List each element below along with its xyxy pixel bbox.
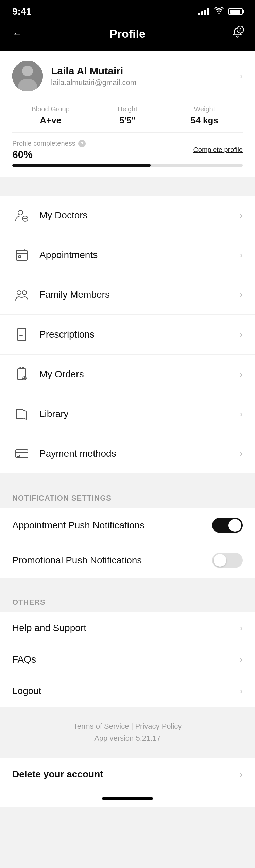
svg-point-1 bbox=[22, 66, 33, 76]
weight-stat: Weight 54 kgs bbox=[166, 105, 243, 126]
family-members-icon bbox=[12, 285, 31, 304]
status-icons bbox=[198, 7, 243, 16]
promotional-notif-label: Promotional Push Notifications bbox=[12, 555, 142, 566]
profile-email: laila.almutairi@gmail.com bbox=[51, 78, 136, 87]
menu-section: My Doctors › Appointments › Family Membe… bbox=[0, 196, 255, 473]
avatar bbox=[12, 61, 43, 91]
menu-item-my-orders[interactable]: My Orders › bbox=[0, 355, 255, 394]
page-title: Profile bbox=[109, 27, 146, 40]
height-value: 5'5" bbox=[89, 115, 166, 126]
faqs-chevron: › bbox=[240, 654, 243, 665]
menu-item-help-support[interactable]: Help and Support › bbox=[0, 612, 255, 644]
home-bar bbox=[102, 797, 153, 800]
my-doctors-chevron: › bbox=[240, 210, 243, 221]
notification-settings-header: NOTIFICATION SETTINGS bbox=[0, 484, 255, 508]
menu-item-payment-methods[interactable]: Payment methods › bbox=[0, 434, 255, 473]
my-doctors-label: My Doctors bbox=[39, 210, 240, 221]
menu-item-faqs[interactable]: FAQs › bbox=[0, 644, 255, 675]
payment-methods-icon bbox=[12, 444, 31, 463]
others-header: OTHERS bbox=[0, 588, 255, 612]
appointments-label: Appointments bbox=[39, 250, 240, 260]
appointment-notif-label: Appointment Push Notifications bbox=[12, 520, 144, 531]
completeness-percent: 60% bbox=[12, 149, 86, 160]
my-orders-chevron: › bbox=[240, 369, 243, 380]
delete-account-chevron: › bbox=[240, 769, 243, 780]
header: ← Profile 2 bbox=[0, 20, 255, 51]
blood-group-label: Blood Group bbox=[12, 105, 89, 113]
status-time: 9:41 bbox=[12, 6, 31, 17]
footer-links-text: Terms of Service | Privacy Policy bbox=[12, 720, 243, 732]
svg-rect-9 bbox=[18, 328, 26, 341]
faqs-label: FAQs bbox=[12, 654, 240, 665]
appointments-chevron: › bbox=[240, 250, 243, 260]
blood-group-stat: Blood Group A+ve bbox=[12, 105, 89, 126]
promotional-notif-knob bbox=[214, 554, 226, 567]
svg-rect-5 bbox=[16, 250, 27, 260]
completeness-section: Profile completeness ? 60% Complete prof… bbox=[12, 132, 243, 167]
profile-chevron: › bbox=[240, 71, 243, 82]
signal-icon bbox=[198, 8, 209, 15]
svg-rect-14 bbox=[17, 455, 20, 456]
menu-item-appointments[interactable]: Appointments › bbox=[0, 235, 255, 275]
family-members-label: Family Members bbox=[39, 289, 240, 300]
menu-item-logout[interactable]: Logout › bbox=[0, 675, 255, 707]
progress-bar bbox=[12, 164, 243, 167]
profile-info-row[interactable]: Laila Al Mutairi laila.almutairi@gmail.c… bbox=[12, 61, 243, 91]
completeness-label: Profile completeness ? bbox=[12, 140, 86, 147]
delete-account-label: Delete your account bbox=[12, 769, 103, 780]
back-button[interactable]: ← bbox=[12, 29, 29, 39]
appointments-icon bbox=[12, 246, 31, 265]
svg-point-8 bbox=[22, 291, 27, 295]
profile-name: Laila Al Mutairi bbox=[51, 65, 136, 77]
profile-text: Laila Al Mutairi laila.almutairi@gmail.c… bbox=[51, 65, 136, 87]
menu-item-my-doctors[interactable]: My Doctors › bbox=[0, 196, 255, 235]
payment-methods-label: Payment methods bbox=[39, 448, 240, 459]
appointment-notification-item: Appointment Push Notifications bbox=[0, 508, 255, 543]
library-label: Library bbox=[39, 409, 240, 419]
blood-group-value: A+ve bbox=[12, 115, 89, 126]
prescriptions-label: Prescriptions bbox=[39, 329, 240, 340]
bell-button[interactable]: 2 bbox=[226, 27, 243, 40]
help-icon[interactable]: ? bbox=[78, 140, 86, 147]
notifications-section: Appointment Push Notifications Promotion… bbox=[0, 508, 255, 578]
menu-item-library[interactable]: Library › bbox=[0, 394, 255, 434]
library-chevron: › bbox=[240, 409, 243, 419]
delete-account-section[interactable]: Delete your account › bbox=[0, 758, 255, 791]
bell-badge: 2 bbox=[237, 26, 244, 33]
footer-version: App version 5.21.17 bbox=[12, 732, 243, 744]
weight-label: Weight bbox=[166, 105, 243, 113]
completeness-header: Profile completeness ? 60% Complete prof… bbox=[12, 140, 243, 160]
help-support-chevron: › bbox=[240, 622, 243, 633]
height-label: Height bbox=[89, 105, 166, 113]
my-orders-label: My Orders bbox=[39, 369, 240, 380]
status-bar: 9:41 bbox=[0, 0, 255, 20]
menu-item-family-members[interactable]: Family Members › bbox=[0, 275, 255, 315]
profile-left: Laila Al Mutairi laila.almutairi@gmail.c… bbox=[12, 61, 136, 91]
complete-profile-link[interactable]: Complete profile bbox=[193, 146, 243, 154]
promotional-notification-item: Promotional Push Notifications bbox=[0, 543, 255, 578]
profile-card: Laila Al Mutairi laila.almutairi@gmail.c… bbox=[0, 51, 255, 177]
promotional-notif-toggle[interactable] bbox=[212, 553, 243, 568]
help-support-label: Help and Support bbox=[12, 622, 240, 633]
library-icon bbox=[12, 404, 31, 423]
svg-rect-6 bbox=[19, 256, 21, 258]
appointment-notif-toggle[interactable] bbox=[212, 518, 243, 533]
progress-fill bbox=[12, 164, 151, 167]
battery-icon bbox=[228, 8, 243, 15]
wifi-icon bbox=[214, 7, 224, 16]
menu-item-prescriptions[interactable]: Prescriptions › bbox=[0, 315, 255, 355]
appointment-notif-knob bbox=[228, 519, 241, 532]
height-stat: Height 5'5" bbox=[89, 105, 166, 126]
my-orders-icon bbox=[12, 365, 31, 384]
home-indicator bbox=[0, 791, 255, 807]
family-members-chevron: › bbox=[240, 289, 243, 300]
payment-methods-chevron: › bbox=[240, 448, 243, 459]
weight-value: 54 kgs bbox=[166, 115, 243, 126]
logout-chevron: › bbox=[240, 686, 243, 697]
footer: Terms of Service | Privacy Policy App ve… bbox=[0, 707, 255, 751]
stats-row: Blood Group A+ve Height 5'5" Weight 54 k… bbox=[12, 98, 243, 126]
prescriptions-chevron: › bbox=[240, 329, 243, 340]
svg-point-3 bbox=[18, 210, 23, 215]
others-section: Help and Support › FAQs › Logout › bbox=[0, 612, 255, 707]
svg-point-7 bbox=[17, 291, 21, 295]
